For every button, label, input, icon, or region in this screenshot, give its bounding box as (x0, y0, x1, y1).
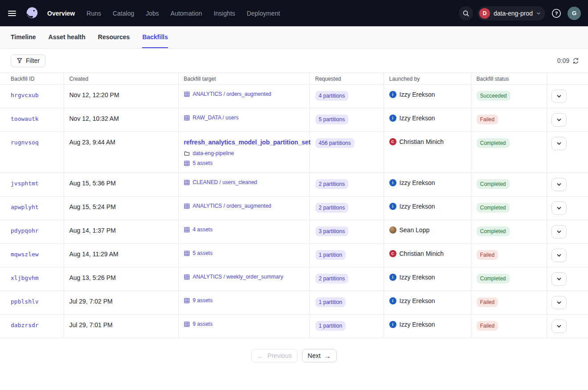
assets-link[interactable]: 5 assets (193, 160, 213, 166)
nav-item-automation[interactable]: Automation (171, 10, 202, 17)
asset-target-link[interactable]: 4 assets (193, 226, 213, 233)
actions-cell (547, 132, 588, 173)
user: iIzzy Erekson (389, 321, 466, 328)
created-timestamp: Nov 12, 12:20 PM (69, 91, 119, 99)
launched-by-cell: iIzzy Erekson (384, 108, 471, 132)
asset-target-link[interactable]: ANALYTICS / orders_augmented (193, 203, 272, 209)
requested-partitions-badge: 1 partition (315, 250, 346, 260)
user-name: Izzy Erekson (400, 203, 435, 210)
arrow-right-icon: → (324, 353, 331, 359)
nav-item-catalog[interactable]: Catalog (113, 10, 134, 17)
filter-button[interactable]: Filter (11, 54, 45, 67)
asset-target-link[interactable]: ANALYTICS / orders_augmented (193, 91, 272, 97)
table-row: apwplyhtAug 15, 5:24 PMANALYTICS / order… (0, 197, 588, 220)
row-expand-button[interactable] (551, 90, 567, 103)
previous-page-button[interactable]: ← Previous (251, 349, 297, 362)
requested-partitions-badge: 2 partitions (315, 274, 349, 283)
backfill-id-link[interactable]: dabzrsdr (11, 322, 39, 328)
row-expand-button[interactable] (551, 113, 567, 127)
requested-partitions-badge: 1 partition (315, 297, 346, 307)
tab-asset-health[interactable]: Asset health (49, 26, 86, 48)
backfill-status-cell: Completed (471, 267, 547, 291)
backfill-id-link[interactable]: apwplyht (11, 204, 39, 210)
row-expand-button[interactable] (551, 296, 567, 309)
asset-target-line: ANALYTICS / weekly_order_summary (184, 274, 304, 280)
asset-target-link[interactable]: 5 assets (193, 250, 213, 256)
hamburger-menu-button[interactable] (8, 8, 20, 19)
refresh-button[interactable] (572, 57, 579, 64)
main-nav: OverviewRunsCatalogJobsAutomationInsight… (47, 10, 280, 17)
asset-target-link[interactable]: RAW_DATA / users (193, 115, 239, 121)
nav-item-overview[interactable]: Overview (47, 10, 75, 17)
requested-partitions-badge: 2 partitions (315, 179, 349, 189)
user: iIzzy Erekson (389, 203, 466, 210)
backfill-status-cell: Failed (471, 291, 547, 315)
row-expand-button[interactable] (551, 201, 567, 215)
tab-timeline[interactable]: Timeline (11, 26, 36, 48)
row-expand-button[interactable] (551, 272, 567, 286)
table-row: rugnvsoqAug 23, 9:44 AMrefresh_analytics… (0, 132, 588, 173)
asset-target-link[interactable]: 9 assets (193, 321, 213, 327)
user-avatar-initial: G (572, 10, 576, 16)
user-avatar-icon (389, 226, 396, 234)
refresh-countdown: 0:09 (557, 57, 569, 64)
backfill-target-cell: ANALYTICS / orders_augmented (178, 85, 310, 108)
next-page-button[interactable]: Next → (302, 349, 337, 362)
row-expand-button[interactable] (551, 320, 567, 333)
requested-cell: 456 partitions (310, 132, 384, 173)
table-icon (184, 203, 190, 209)
requested-partitions-badge: 1 partition (315, 321, 346, 331)
user-name: Izzy Erekson (400, 321, 435, 328)
table-row: jvsphtmtAug 15, 5:36 PMCLEANED / users_c… (0, 173, 588, 197)
table-row: hrgvcxubNov 12, 12:20 PMANALYTICS / orde… (0, 85, 588, 108)
created-cell: Aug 13, 5:26 PM (64, 267, 178, 291)
column-header-backfill-target: Backfill target (178, 73, 310, 85)
asset-target-link[interactable]: ANALYTICS / weekly_order_summary (193, 274, 283, 280)
job-target-link[interactable]: refresh_analytics_model_job_partition_se… (184, 139, 311, 146)
chevron-down-icon (556, 94, 562, 99)
backfill-id-link[interactable]: jvsphtmt (11, 180, 39, 187)
help-button[interactable]: ? (550, 7, 563, 20)
asset-target-line: CLEANED / users_cleaned (184, 179, 304, 185)
actions-cell (547, 291, 588, 315)
nav-item-jobs[interactable]: Jobs (146, 10, 159, 17)
actions-cell (547, 220, 588, 244)
row-expand-button[interactable] (551, 178, 567, 191)
asset-target-line: 4 assets (184, 226, 304, 233)
row-expand-button[interactable] (551, 225, 567, 238)
tab-backfills[interactable]: Backfills (142, 26, 168, 48)
user-name: Christian Minich (400, 250, 444, 257)
backfill-id-link[interactable]: mqwszlew (11, 251, 39, 258)
chevron-down-icon (556, 205, 562, 211)
refresh-icon (572, 57, 579, 64)
launched-by-cell: iIzzy Erekson (384, 291, 471, 315)
backfill-id-link[interactable]: toowautk (11, 115, 39, 122)
nav-item-deployment[interactable]: Deployment (247, 10, 280, 17)
deployment-switcher[interactable]: D data-eng-prod (478, 6, 545, 21)
nav-item-insights[interactable]: Insights (214, 10, 235, 17)
pipeline-link[interactable]: data-eng-pipeline (193, 150, 234, 156)
backfill-status-cell: Failed (471, 315, 547, 338)
backfill-id-link[interactable]: xljbgvhm (11, 275, 39, 281)
nav-item-runs[interactable]: Runs (86, 10, 101, 17)
topbar: OverviewRunsCatalogJobsAutomationInsight… (0, 0, 588, 26)
row-expand-button[interactable] (551, 249, 567, 262)
asset-target-link[interactable]: 9 assets (193, 297, 213, 304)
status-badge: Failed (477, 321, 498, 331)
asset-target-link[interactable]: CLEANED / users_cleaned (193, 179, 257, 185)
backfill-status-cell: Succeeded (471, 85, 547, 108)
user: iIzzy Erekson (389, 179, 466, 186)
backfill-id-link[interactable]: pdypqohr (11, 227, 39, 234)
user-name: Izzy Erekson (400, 115, 435, 122)
tab-resources[interactable]: Resources (98, 26, 130, 48)
backfill-id-cell: hrgvcxub (0, 85, 64, 108)
table-icon (184, 227, 190, 233)
backfill-id-link[interactable]: ppblshlv (11, 298, 39, 305)
search-button[interactable] (459, 6, 473, 21)
backfill-id-link[interactable]: hrgvcxub (11, 92, 39, 99)
table-row: xljbgvhmAug 13, 5:26 PMANALYTICS / weekl… (0, 267, 588, 291)
row-expand-button[interactable] (551, 137, 567, 150)
user-name: Izzy Erekson (400, 297, 435, 304)
user-avatar[interactable]: G (568, 7, 581, 20)
backfill-id-link[interactable]: rugnvsoq (11, 139, 39, 146)
